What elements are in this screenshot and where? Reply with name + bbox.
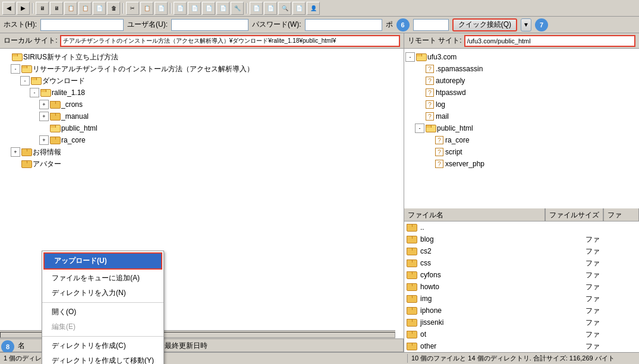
right-panel: - ufu3.com ? .spamassassin ? autoreply <box>404 49 639 364</box>
tree-item-sirius[interactable]: SIRIUS新サイト立ち上げ方法 <box>0 51 404 63</box>
rfcell-size-blog: ファ <box>550 235 603 245</box>
rfcell-name-cyfons: cyfons <box>404 271 550 279</box>
site-path-bar: ローカル サイト: リモート サイト: <box>0 33 639 49</box>
rtree-item-spam[interactable]: ? .spamassassin <box>404 63 639 75</box>
rfile-row-cyfons[interactable]: cyfons ファ <box>404 269 639 281</box>
rfcell-name-howto: howto <box>404 283 550 291</box>
tree-item-public-html[interactable]: public_html <box>0 122 404 134</box>
rfile-row-other[interactable]: other ファ <box>404 340 639 352</box>
rtree-item-log[interactable]: ? log <box>404 99 639 110</box>
host-input[interactable] <box>40 19 124 31</box>
rfcell-size-other: ファ <box>550 341 603 352</box>
rfcell-name-ot: ot <box>404 330 550 338</box>
tree-item-ra-core[interactable]: + ra_core <box>0 134 404 146</box>
tb-btn-19[interactable]: 👤 <box>307 2 320 15</box>
quick-connect-dropdown[interactable]: ▼ <box>521 18 531 31</box>
tb-btn-10[interactable]: 📄 <box>174 2 187 15</box>
rfcell-size-ot: ファ <box>550 330 603 340</box>
right-file-list: .. blog ファ cs2 ファ <box>404 221 639 364</box>
tb-btn-11[interactable]: 📄 <box>188 2 201 15</box>
rtree-item-public-html[interactable]: - public_html <box>404 122 639 134</box>
rfcell-name-cs2: cs2 <box>404 247 550 255</box>
col-header-date: 最終更新日時 <box>161 339 404 352</box>
rtree-label-ufu3: ufu3.com <box>427 53 457 61</box>
rfcell-name-blog: blog <box>404 235 550 243</box>
tree-item-ralite[interactable]: - ralite_1.18 <box>0 87 404 99</box>
rfile-row-jissenki[interactable]: jissenki ファ <box>404 316 639 328</box>
rfile-row-cs2[interactable]: cs2 ファ <box>404 245 639 257</box>
ctx-item-queue[interactable]: ファイルをキューに追加(A) <box>42 271 163 286</box>
rtree-item-ufu3[interactable]: - ufu3.com <box>404 51 639 63</box>
rtree-item-ra-core[interactable]: ? ra_core <box>404 134 639 146</box>
pass-input[interactable] <box>305 19 382 31</box>
toolbar: ◀ ▶ 🖥 🖥 📋 📋 📄 🗑 ✂ 📋 📄 📄 📄 📄 📄 🔧 📄 📄 🔍 📄 … <box>0 0 639 17</box>
tree-label-public-html: public_html <box>61 124 97 132</box>
rfile-row-howto[interactable]: howto ファ <box>404 281 639 293</box>
tb-btn-15[interactable]: 📄 <box>250 2 263 15</box>
tree-item-download[interactable]: - ダウンロード <box>0 75 404 87</box>
tb-btn-17[interactable]: 🔍 <box>278 2 291 15</box>
rfile-row-dotdot[interactable]: .. <box>404 221 639 233</box>
rfile-row-iphone[interactable]: iphone ファ <box>404 305 639 316</box>
tb-btn-6[interactable]: 🗑 <box>107 2 120 15</box>
rfile-row-img[interactable]: img ファ <box>404 293 639 305</box>
back-btn[interactable]: ◀ <box>2 2 15 15</box>
ctx-item-mkdir[interactable]: ディレクトリを作成(C) <box>42 338 163 353</box>
rfcell-size-iphone: ファ <box>550 306 603 316</box>
rtree-label-spam: .spamassassin <box>436 65 483 73</box>
tb-btn-4[interactable]: 📋 <box>78 2 92 15</box>
tb-btn-18[interactable]: 📄 <box>292 2 306 15</box>
tree-label-download: ダウンロード <box>42 76 85 86</box>
tb-btn-8[interactable]: 📋 <box>140 2 153 15</box>
tb-btn-1[interactable]: 🖥 <box>36 2 49 15</box>
user-input[interactable] <box>171 19 248 31</box>
tb-btn-12[interactable]: 📄 <box>202 2 215 15</box>
tree-item-otoktoku[interactable]: + お得情報 <box>0 146 404 158</box>
rtree-item-script[interactable]: ? script <box>404 146 639 158</box>
host-label: ホスト(H): <box>4 20 37 30</box>
rtree-item-autoreply[interactable]: ? autoreply <box>404 75 639 87</box>
tb-btn-16[interactable]: 📄 <box>264 2 277 15</box>
tb-btn-7[interactable]: ✂ <box>126 2 139 15</box>
rfcell-size-jissenki: ファ <box>550 318 603 328</box>
local-path-input[interactable] <box>60 35 400 47</box>
rtree-item-xserver[interactable]: ? xserver_php <box>404 158 639 170</box>
tb-btn-14[interactable]: 🔧 <box>231 2 244 15</box>
tree-item-avatar[interactable]: アバター <box>0 158 404 170</box>
ctx-item-mkdir-move[interactable]: ディレクトリを作成して移動(Y) <box>42 353 163 364</box>
quick-connect-button[interactable]: クイック接続(Q) <box>452 18 517 31</box>
rcol-name-header: ファイル名 <box>404 208 545 221</box>
tb-btn-2[interactable]: 🖥 <box>50 2 63 15</box>
tb-btn-9[interactable]: 📄 <box>155 2 168 15</box>
tb-btn-5[interactable]: 📄 <box>93 2 106 15</box>
forward-btn[interactable]: ▶ <box>17 2 30 15</box>
rfcell-size-img: ファ <box>550 294 603 304</box>
remote-path-input[interactable] <box>464 35 635 47</box>
tree-item-research[interactable]: - リサーチアルチザンライトのインストール方法（アクセス解析導入） <box>0 63 404 75</box>
right-tree[interactable]: - ufu3.com ? .spamassassin ? autoreply <box>404 49 639 208</box>
ctx-sep-1 <box>42 302 163 303</box>
tree-item-manual[interactable]: + _manual <box>0 110 404 122</box>
rtree-item-htpasswd[interactable]: ? htpasswd <box>404 87 639 99</box>
tb-btn-3[interactable]: 📋 <box>64 2 77 15</box>
step6-badge: 6 <box>396 18 410 31</box>
rtree-label-public-html: public_html <box>437 124 473 132</box>
ctx-item-open[interactable]: 開く(O) <box>42 305 163 319</box>
tb-btn-13[interactable]: 📄 <box>216 2 229 15</box>
rfile-row-ot[interactable]: ot ファ <box>404 328 639 340</box>
rfile-row-blog[interactable]: blog ファ <box>404 233 639 245</box>
rcol-size-header: ファイルサイズ <box>545 208 603 221</box>
rfcell-name-img: img <box>404 295 550 303</box>
tree-label-crons: _crons <box>61 100 83 109</box>
rcol-attr-header: ファ <box>603 208 639 221</box>
rfile-row-css[interactable]: css ファ <box>404 257 639 269</box>
local-site-label: ローカル サイト: <box>4 36 58 46</box>
port-input[interactable] <box>413 19 449 31</box>
ctx-item-upload[interactable]: アップロード(U) <box>43 252 162 270</box>
pass-label: パスワード(W): <box>252 20 301 30</box>
rtree-item-mail[interactable]: ? mail <box>404 110 639 122</box>
rtree-label-ra-core: ra_core <box>445 136 470 144</box>
tree-item-crons[interactable]: + _crons <box>0 99 404 110</box>
rfcell-name-dotdot: .. <box>404 223 550 232</box>
ctx-item-dir-input[interactable]: ディレクトリを入力(N) <box>42 286 163 300</box>
